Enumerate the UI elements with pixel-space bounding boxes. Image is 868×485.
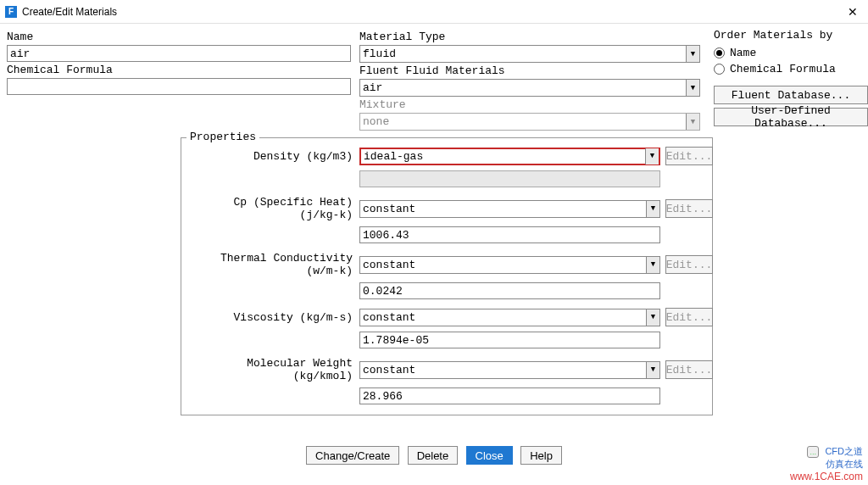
viscosity-method-dropdown[interactable]: constant ▼ <box>359 309 660 326</box>
tc-value-input[interactable] <box>359 282 660 299</box>
density-label: Density (kg/m3) <box>188 150 354 163</box>
material-type-dropdown[interactable]: fluid ▼ <box>359 45 700 63</box>
radio-icon <box>714 64 725 75</box>
fluid-materials-value: air <box>360 81 686 94</box>
order-materials-group: Order Materials by Name Chemical Formula… <box>707 29 868 131</box>
properties-legend: Properties <box>186 131 259 143</box>
tc-edit-button: Edit... <box>665 255 713 274</box>
name-input[interactable] <box>7 45 351 62</box>
window-title: Create/Edit Materials <box>22 6 117 18</box>
chevron-down-icon[interactable]: ▼ <box>645 148 659 164</box>
name-section: Name Chemical Formula <box>7 29 359 131</box>
cp-method-dropdown[interactable]: constant ▼ <box>359 200 660 218</box>
viscosity-edit-button: Edit... <box>665 308 713 326</box>
mixture-dropdown: none ▼ <box>359 113 700 131</box>
mw-edit-button: Edit... <box>665 360 713 379</box>
order-materials-label: Order Materials by <box>714 29 868 42</box>
mw-label: Molecular Weight (kg/kmol) <box>188 357 354 382</box>
order-by-formula-label: Chemical Formula <box>730 63 836 75</box>
bottom-button-bar: Change/Create Delete Close Help <box>0 446 868 465</box>
radio-icon <box>714 47 725 59</box>
chevron-down-icon: ▼ <box>686 114 699 130</box>
order-by-name-label: Name <box>730 47 756 59</box>
tc-label: Thermal Conductivity (w/m-k) <box>188 252 354 277</box>
cp-label: Cp (Specific Heat) (j/kg-k) <box>188 196 354 221</box>
density-edit-button: Edit... <box>665 147 713 165</box>
material-type-section: Material Type fluid ▼ Fluent Fluid Mater… <box>359 29 707 131</box>
order-by-name-radio[interactable]: Name <box>714 47 868 59</box>
properties-fieldset: Properties Density (kg/m3) ideal-gas ▼ E… <box>181 137 713 415</box>
density-method-value: ideal-gas <box>361 150 645 163</box>
mw-value-input[interactable] <box>359 387 660 404</box>
user-defined-database-button[interactable]: User-Defined Database... <box>714 108 868 126</box>
density-method-dropdown[interactable]: ideal-gas ▼ <box>359 148 660 165</box>
delete-button[interactable]: Delete <box>408 446 459 465</box>
cp-edit-button: Edit... <box>665 199 713 218</box>
chevron-down-icon[interactable]: ▼ <box>646 362 659 378</box>
chevron-down-icon[interactable]: ▼ <box>686 80 699 96</box>
tc-method-value: constant <box>360 259 646 271</box>
density-value-input <box>359 170 660 187</box>
titlebar: F Create/Edit Materials ✕ <box>0 0 868 24</box>
mw-method-dropdown[interactable]: constant ▼ <box>359 361 660 379</box>
material-type-value: fluid <box>360 47 686 60</box>
fluid-materials-dropdown[interactable]: air ▼ <box>359 79 700 97</box>
formula-label: Chemical Formula <box>7 64 359 76</box>
fluid-materials-label: Fluent Fluid Materials <box>359 64 707 77</box>
fluent-database-button[interactable]: Fluent Database... <box>714 86 868 104</box>
help-button[interactable]: Help <box>520 446 562 465</box>
chevron-down-icon[interactable]: ▼ <box>686 46 699 62</box>
tc-method-dropdown[interactable]: constant ▼ <box>359 256 660 274</box>
mw-method-value: constant <box>360 364 646 376</box>
chevron-down-icon[interactable]: ▼ <box>646 201 659 217</box>
chevron-down-icon[interactable]: ▼ <box>646 257 659 273</box>
viscosity-value-input[interactable] <box>359 332 660 348</box>
close-icon[interactable]: ✕ <box>843 5 863 19</box>
chevron-down-icon[interactable]: ▼ <box>646 309 659 326</box>
viscosity-label: Viscosity (kg/m-s) <box>188 311 354 324</box>
app-icon: F <box>5 6 17 18</box>
close-button[interactable]: Close <box>466 446 513 465</box>
material-type-label: Material Type <box>359 31 707 43</box>
name-label: Name <box>7 31 359 43</box>
viscosity-method-value: constant <box>360 311 646 324</box>
order-by-formula-radio[interactable]: Chemical Formula <box>714 63 868 75</box>
change-create-button[interactable]: Change/Create <box>306 446 399 465</box>
mixture-label: Mixture <box>359 98 707 111</box>
cp-value-input[interactable] <box>359 226 660 243</box>
cp-method-value: constant <box>360 203 646 215</box>
watermark-site: www.1CAE.com <box>790 471 863 483</box>
mixture-value: none <box>360 115 686 128</box>
formula-input[interactable] <box>7 78 351 95</box>
